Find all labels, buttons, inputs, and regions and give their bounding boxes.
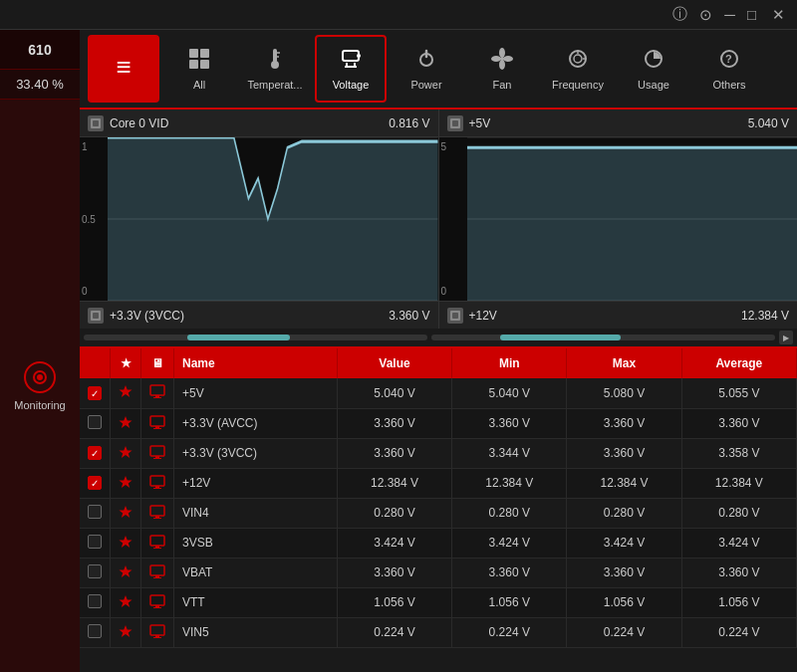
scroll-track-left[interactable] (84, 335, 427, 340)
row-star-icon[interactable] (119, 564, 133, 581)
row-checkbox[interactable] (88, 505, 102, 519)
nav-item-usage[interactable]: Usage (618, 35, 689, 103)
col-min: Min (452, 348, 567, 378)
svg-point-23 (574, 55, 582, 63)
camera-icon[interactable]: ⊙ (699, 6, 712, 24)
svg-rect-6 (273, 49, 277, 63)
row-checkbox[interactable]: ✓ (88, 386, 102, 400)
row-name: +3.3V (3VCC) (174, 438, 338, 468)
row-checkbox[interactable] (88, 624, 102, 638)
row-screen-icon[interactable] (149, 594, 165, 611)
scroll-track-right[interactable] (431, 335, 775, 340)
svg-marker-75 (120, 625, 133, 637)
col-name: Name (174, 348, 338, 378)
nav-item-voltage[interactable]: Voltage (315, 35, 387, 103)
nav-menu-button[interactable]: ≡ (88, 35, 159, 103)
monitoring-label: Monitoring (14, 399, 65, 411)
row-screen-icon[interactable] (149, 384, 165, 401)
svg-rect-30 (93, 120, 99, 126)
chart-core0vid-header: Core 0 VID 0.816 V (80, 110, 438, 137)
row-checkbox-cell (80, 558, 111, 587)
chart-5v-canvas (467, 137, 798, 301)
row-value: 3.360 V (337, 408, 451, 438)
chart-5v: +5V 5.040 V 5 0 (439, 110, 798, 301)
row-star-icon[interactable] (119, 415, 133, 432)
row-star-icon[interactable] (119, 445, 133, 462)
row-screen-icon[interactable] (149, 624, 165, 641)
svg-rect-70 (153, 577, 161, 578)
svg-marker-43 (120, 385, 133, 397)
svg-marker-63 (120, 536, 133, 548)
row-value: 3.424 V (337, 528, 451, 558)
svg-rect-61 (155, 516, 159, 518)
row-checkbox[interactable]: ✓ (88, 446, 102, 460)
row-checkbox[interactable] (88, 564, 102, 578)
minimize-icon[interactable]: ─ (724, 6, 735, 23)
svg-marker-59 (120, 506, 133, 518)
table-row: ✓+3.3V (3VCC)3.360 V3.344 V3.360 V3.358 … (80, 438, 797, 468)
row-checkbox[interactable]: ✓ (88, 476, 102, 490)
row-checkbox-cell (80, 617, 111, 647)
row-star-icon[interactable] (119, 624, 133, 641)
nav-bar: ≡ All (80, 30, 797, 110)
row-star-icon[interactable] (119, 384, 133, 401)
info-icon[interactable]: ⓘ (672, 5, 687, 24)
row-screen-icon[interactable] (149, 535, 165, 552)
row-average: 3.360 V (681, 408, 796, 438)
row-checkbox[interactable] (88, 415, 102, 429)
row-star-cell (111, 408, 141, 438)
svg-rect-64 (150, 536, 164, 546)
row-checkbox-cell (80, 528, 111, 558)
row-star-icon[interactable] (119, 535, 133, 552)
row-max: 3.360 V (567, 558, 681, 587)
row-star-icon[interactable] (119, 505, 133, 522)
table-row: VIN50.224 V0.224 V0.224 V0.224 V (80, 617, 797, 647)
svg-rect-40 (93, 313, 99, 319)
chart-core0vid-icon (88, 115, 104, 131)
svg-marker-55 (120, 476, 133, 488)
nav-temp-label: Temperat... (247, 79, 302, 91)
svg-rect-42 (452, 313, 458, 319)
table-row: VTT1.056 V1.056 V1.056 V1.056 V (80, 587, 797, 617)
nav-item-fan[interactable]: Fan (466, 35, 538, 103)
chart-core0vid-body: 1 0.5 0 (80, 137, 438, 301)
svg-marker-67 (120, 565, 133, 577)
row-star-icon[interactable] (119, 475, 133, 492)
svg-rect-44 (150, 385, 164, 395)
row-average: 3.358 V (681, 438, 796, 468)
row-screen-icon[interactable] (149, 415, 165, 432)
row-star-icon[interactable] (119, 594, 133, 611)
scroll-thumb-left[interactable] (187, 335, 291, 340)
row-checkbox[interactable] (88, 535, 102, 549)
row-min: 1.056 V (452, 587, 567, 617)
chart-3v3-panel: +3.3V (3VCC) 3.360 V (80, 301, 439, 329)
row-checkbox-cell (80, 408, 111, 438)
monitoring-icon (24, 361, 56, 393)
svg-rect-45 (155, 395, 159, 397)
nav-item-temperature[interactable]: Temperat... (239, 35, 311, 103)
close-icon[interactable]: ✕ (768, 4, 789, 26)
svg-point-18 (499, 48, 505, 58)
row-max: 12.384 V (567, 468, 681, 498)
nav-item-frequency[interactable]: Frequency (542, 35, 614, 103)
maximize-icon[interactable]: □ (747, 6, 756, 23)
svg-rect-10 (343, 51, 359, 61)
row-star-cell (111, 498, 141, 528)
row-screen-icon[interactable] (149, 475, 165, 492)
sidebar: 610 33.40 % Monitoring (0, 30, 80, 672)
col-star: ★ (111, 348, 141, 378)
row-screen-icon[interactable] (149, 505, 165, 522)
row-value: 5.040 V (337, 378, 451, 408)
nav-item-all[interactable]: All (163, 35, 235, 103)
row-checkbox[interactable] (88, 594, 102, 608)
scroll-right-arrow[interactable]: ▶ (779, 331, 793, 344)
sidebar-monitoring-button[interactable]: Monitoring (0, 100, 80, 672)
scroll-thumb-right[interactable] (500, 335, 621, 340)
row-max: 3.424 V (567, 528, 681, 558)
chart-12v-icon (447, 308, 463, 324)
nav-item-others[interactable]: ? Others (693, 35, 765, 103)
sidebar-percent: 33.40 % (0, 70, 80, 100)
nav-item-power[interactable]: Power (391, 35, 462, 103)
row-screen-icon[interactable] (149, 564, 165, 581)
row-screen-icon[interactable] (149, 445, 165, 462)
